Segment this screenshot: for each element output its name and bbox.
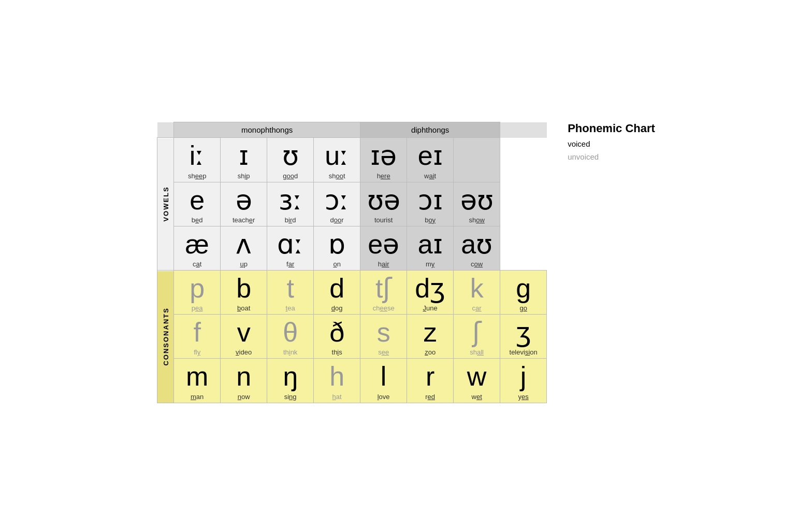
phoneme-symbol: ɔː	[316, 186, 358, 215]
phoneme-word: June	[409, 304, 451, 312]
phoneme-symbol: t	[269, 274, 311, 303]
phoneme-symbol: əʊ	[456, 186, 498, 215]
phoneme-symbol: ʊ	[269, 141, 311, 171]
phoneme-symbol: v	[223, 318, 265, 347]
phoneme-symbol: f	[176, 318, 218, 347]
consonants-label: CONSONANTS	[157, 271, 174, 403]
vowel-cell-r2c1: ʌup	[221, 226, 267, 270]
consonant-cell-r2c0: mman	[174, 359, 221, 403]
consonant-cell-r0c2: ttea	[267, 271, 314, 315]
vowel-cell-r0c0: iːsheep	[174, 138, 221, 182]
consonant-row-1: fflyvvideoθthinkðthissseezzooʃshallʒtele…	[157, 315, 547, 359]
phoneme-word: sing	[269, 393, 311, 401]
phoneme-word: red	[409, 393, 451, 401]
consonant-cell-r1c3: ðthis	[314, 315, 360, 359]
phoneme-symbol: k	[456, 274, 498, 303]
phoneme-word: this	[316, 348, 358, 356]
phoneme-symbol: ɪ	[223, 141, 265, 171]
phoneme-word: boat	[223, 304, 265, 312]
vowel-cell-r0c2: ʊgood	[267, 138, 314, 182]
vowel-cell-r1c5: ɔɪboy	[407, 182, 454, 226]
vowel-cell-r0c1: ɪship	[221, 138, 267, 182]
consonant-cell-r0c7: ggo	[500, 271, 547, 315]
vowel-cell-r2c3: ɒon	[314, 226, 360, 270]
phoneme-word: shoot	[316, 172, 358, 180]
page-container: monophthongs diphthongs VOWELSiːsheepɪsh…	[157, 122, 655, 403]
vowel-cell-r2c2: ɑːfar	[267, 226, 314, 270]
vowel-cell-r0c6	[454, 138, 500, 182]
consonant-cell-r0c0: ppea	[174, 271, 221, 315]
vowel-row-2: æcatʌupɑːfarɒoneəhairaɪmyaʊcow	[157, 226, 547, 270]
phoneme-word: man	[176, 393, 218, 401]
phoneme-word: wait	[409, 172, 451, 180]
phoneme-symbol: ŋ	[269, 362, 311, 391]
phoneme-word: dog	[316, 304, 358, 312]
phoneme-symbol: h	[316, 362, 358, 391]
phoneme-symbol: d	[316, 274, 358, 303]
phoneme-symbol: dʒ	[409, 274, 451, 303]
phoneme-symbol: b	[223, 274, 265, 303]
vowel-cell-r2c4: eəhair	[360, 226, 407, 270]
phoneme-symbol: r	[409, 362, 451, 391]
vowel-cell-r1c3: ɔːdoor	[314, 182, 360, 226]
consonant-cell-r2c1: nnow	[221, 359, 267, 403]
phoneme-symbol: eə	[363, 230, 404, 259]
phoneme-word: my	[409, 260, 451, 268]
phoneme-word: hair	[363, 260, 404, 268]
consonant-cell-r0c1: bboat	[221, 271, 267, 315]
corner-cell	[157, 122, 174, 138]
phoneme-word: show	[456, 216, 498, 224]
vowel-cell-r1c4: ʊətourist	[360, 182, 407, 226]
consonant-cell-r2c2: ŋsing	[267, 359, 314, 403]
phoneme-symbol: tʃ	[363, 274, 404, 303]
consonant-cell-r0c4: tʃcheese	[360, 271, 407, 315]
phoneme-word: car	[456, 304, 498, 312]
phoneme-word: shall	[456, 348, 498, 356]
vowel-cell-r2c5: aɪmy	[407, 226, 454, 270]
vowel-cell-r0c5: eɪwait	[407, 138, 454, 182]
phoneme-symbol: iː	[176, 141, 218, 171]
vowel-row-1: ebedəteacherɜːbirdɔːdoorʊətouristɔɪboyəʊ…	[157, 182, 547, 226]
consonant-cell-r2c3: hhat	[314, 359, 360, 403]
phoneme-symbol: ʌ	[223, 230, 265, 259]
monophthongs-header: monophthongs	[174, 122, 360, 138]
vowel-cell-r0c3: uːshoot	[314, 138, 360, 182]
phoneme-word: bird	[269, 216, 311, 224]
phoneme-symbol: ɑː	[269, 230, 311, 259]
phoneme-word: door	[316, 216, 358, 224]
phoneme-symbol: ʒ	[502, 318, 544, 347]
phoneme-symbol: eɪ	[409, 141, 451, 171]
phoneme-word: boy	[409, 216, 451, 224]
consonant-cell-r1c1: vvideo	[221, 315, 267, 359]
phoneme-symbol: ɪə	[363, 141, 404, 171]
phoneme-word: wet	[456, 393, 498, 401]
phoneme-word: bed	[176, 216, 218, 224]
consonant-cell-r0c6: kcar	[454, 271, 500, 315]
phoneme-symbol: aɪ	[409, 230, 451, 259]
vowel-cell-r2c0: æcat	[174, 226, 221, 270]
phoneme-word: cow	[456, 260, 498, 268]
phonemic-chart-table: monophthongs diphthongs VOWELSiːsheepɪsh…	[157, 122, 547, 403]
phoneme-word: tea	[269, 304, 311, 312]
phoneme-word: good	[269, 172, 311, 180]
consonant-cell-r1c5: zzoo	[407, 315, 454, 359]
consonant-cell-r2c6: wwet	[454, 359, 500, 403]
phoneme-symbol: æ	[176, 230, 218, 259]
phoneme-word: cat	[176, 260, 218, 268]
phoneme-word: love	[363, 393, 404, 401]
empty-header	[500, 122, 547, 138]
phoneme-word: up	[223, 260, 265, 268]
phoneme-symbol: ʊə	[363, 186, 404, 215]
vowel-cell-r1c2: ɜːbird	[267, 182, 314, 226]
consonant-cell-r0c5: dʒJune	[407, 271, 454, 315]
consonant-cell-r2c7: jyes	[500, 359, 547, 403]
phoneme-word: go	[502, 304, 544, 312]
phoneme-symbol: ʃ	[456, 318, 498, 347]
phoneme-symbol: w	[456, 362, 498, 391]
consonant-cell-r1c2: θthink	[267, 315, 314, 359]
phoneme-symbol: m	[176, 362, 218, 391]
vowel-cell-r1c0: ebed	[174, 182, 221, 226]
phoneme-word: on	[316, 260, 358, 268]
phoneme-word: television	[502, 348, 544, 356]
phoneme-symbol: ɜː	[269, 186, 311, 215]
